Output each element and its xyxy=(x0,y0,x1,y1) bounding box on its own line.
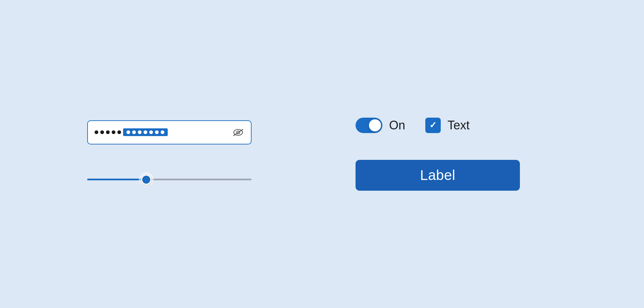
password-selected-block xyxy=(123,128,168,136)
toggle-group: On xyxy=(356,118,405,133)
toggle-label: On xyxy=(389,118,405,132)
dot-1 xyxy=(95,130,98,134)
slider-thumb-inner xyxy=(141,175,151,185)
checkbox-group: ✓ Text xyxy=(425,118,470,133)
top-controls: On ✓ Text xyxy=(356,118,557,133)
checkbox-label: Text xyxy=(447,118,470,132)
dot-2 xyxy=(100,130,104,134)
checkmark-icon: ✓ xyxy=(429,120,437,130)
password-dots-plain xyxy=(95,130,121,134)
slider-track-filled xyxy=(87,179,146,180)
slider-track xyxy=(87,179,252,180)
right-column: On ✓ Text Label xyxy=(356,118,557,191)
sel-dot-4 xyxy=(144,130,147,134)
sel-dot-5 xyxy=(149,130,153,134)
eye-icon xyxy=(232,126,244,138)
slider-container xyxy=(87,171,252,188)
password-input[interactable] xyxy=(87,120,252,144)
checkbox[interactable]: ✓ xyxy=(425,118,441,133)
sel-dot-1 xyxy=(126,130,130,134)
slider-thumb-outer xyxy=(139,172,154,187)
sel-dot-6 xyxy=(155,130,159,134)
sel-dot-3 xyxy=(138,130,142,134)
sel-dot-2 xyxy=(132,130,136,134)
label-button[interactable]: Label xyxy=(356,160,520,191)
slider-thumb[interactable] xyxy=(139,172,154,187)
sel-dot-7 xyxy=(161,130,164,134)
main-container: On ✓ Text Label xyxy=(87,118,557,191)
dot-5 xyxy=(117,130,121,134)
toggle-knob xyxy=(369,119,381,131)
dot-4 xyxy=(112,130,115,134)
show-password-button[interactable] xyxy=(232,126,244,138)
left-column xyxy=(87,120,288,188)
toggle-switch[interactable] xyxy=(356,118,382,133)
dot-3 xyxy=(106,130,110,134)
